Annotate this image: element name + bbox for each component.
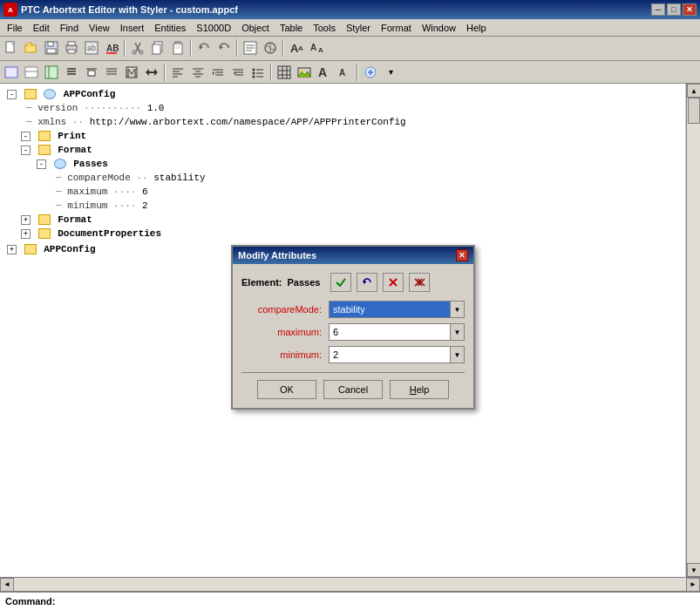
menu-tools[interactable]: Tools	[308, 21, 341, 35]
menu-help[interactable]: Help	[461, 21, 492, 35]
menu-s1000d[interactable]: S1000D	[191, 21, 236, 35]
align-left[interactable]	[168, 63, 187, 82]
close-button[interactable]: ✕	[683, 3, 697, 16]
main-area: - APPConfig ─ version ·········· 1.0 ─ x…	[0, 84, 700, 577]
svg-rect-36	[25, 67, 37, 78]
view-normal[interactable]	[241, 38, 260, 58]
delete-action-button[interactable]	[383, 273, 404, 292]
menu-insert[interactable]: Insert	[115, 21, 150, 35]
menu-find[interactable]: Find	[55, 21, 84, 35]
format-btn3[interactable]	[42, 63, 61, 82]
menu-window[interactable]: Window	[417, 21, 461, 35]
command-input[interactable]	[58, 596, 695, 607]
maximum-select-wrapper[interactable]: 6 ▼	[329, 323, 465, 341]
undo2-button[interactable]	[214, 38, 234, 58]
tree-node-format2[interactable]: + Format	[5, 213, 680, 227]
font-bigger[interactable]: A	[315, 63, 334, 82]
special-btn[interactable]	[361, 63, 380, 82]
tree-node-print[interactable]: - Print	[5, 129, 680, 143]
font-size-large[interactable]: AA	[287, 38, 306, 58]
menu-entities[interactable]: Entities	[149, 21, 191, 35]
menu-styler[interactable]: Styler	[341, 21, 376, 35]
expand-appconfig[interactable]: -	[7, 90, 17, 99]
list-btn[interactable]	[248, 63, 268, 82]
new-button[interactable]	[2, 38, 21, 58]
node-label-passes: Passes	[73, 159, 108, 169]
minimize-button[interactable]: ─	[651, 3, 665, 16]
dropdown-btn[interactable]: ▾	[381, 63, 400, 82]
outdent-btn[interactable]	[228, 63, 248, 82]
scroll-up-button[interactable]: ▲	[687, 84, 700, 98]
h-scroll-track[interactable]	[14, 578, 686, 591]
minimum-select-wrapper[interactable]: 2 ▼	[329, 346, 465, 363]
horizontal-scrollbar[interactable]: ◄ ►	[0, 577, 700, 591]
cancel-button[interactable]: Cancel	[323, 380, 383, 399]
dialog-close-button[interactable]: ✕	[456, 249, 468, 261]
open-button[interactable]	[22, 38, 41, 58]
format-btn1[interactable]	[2, 63, 21, 82]
format-btn7[interactable]	[122, 63, 141, 82]
align-center[interactable]	[188, 63, 207, 82]
separator	[270, 64, 272, 81]
menu-file[interactable]: File	[2, 21, 28, 35]
expand-format[interactable]: -	[21, 146, 31, 155]
dialog-title-bar[interactable]: Modify Attributes ✕	[233, 247, 473, 264]
minimum-value[interactable]: 2	[329, 346, 451, 363]
menu-table[interactable]: Table	[275, 21, 308, 35]
image-insert[interactable]	[295, 63, 314, 82]
tree-node-appconfig-root[interactable]: - APPConfig	[5, 87, 680, 101]
menu-edit[interactable]: Edit	[28, 21, 55, 35]
scroll-right-button[interactable]: ►	[686, 578, 700, 592]
vertical-scrollbar[interactable]: ▲ ▼	[686, 84, 700, 577]
expand-print[interactable]: -	[21, 132, 31, 141]
table-insert[interactable]	[275, 63, 294, 82]
comparemode-value[interactable]: stability	[329, 301, 451, 318]
minimum-label: minimum:	[241, 349, 329, 360]
scroll-track[interactable]	[687, 98, 700, 563]
undo-button[interactable]	[194, 38, 214, 58]
window-controls[interactable]: ─ □ ✕	[651, 3, 697, 16]
format-btn2[interactable]	[22, 63, 41, 82]
copy-button[interactable]	[148, 38, 167, 58]
scroll-down-button[interactable]: ▼	[687, 563, 700, 577]
maximum-value[interactable]: 6	[329, 323, 451, 341]
spell-button[interactable]: AB	[102, 38, 121, 58]
confirm-action-button[interactable]	[330, 273, 351, 292]
comparemode-select-wrapper[interactable]: stability ▼	[329, 301, 465, 318]
expand-appconfig-close[interactable]: +	[7, 245, 17, 254]
font-smaller[interactable]: A	[335, 63, 354, 82]
format-btn8[interactable]	[142, 63, 161, 82]
help-button[interactable]: Help	[390, 380, 449, 399]
expand-passes[interactable]: -	[37, 159, 46, 169]
scroll-left-button[interactable]: ◄	[0, 578, 14, 592]
indent-btn[interactable]	[208, 63, 228, 82]
minimum-dropdown-arrow[interactable]: ▼	[451, 346, 465, 363]
maximize-button[interactable]: □	[667, 3, 681, 16]
print-button[interactable]	[62, 38, 81, 58]
paste-button[interactable]	[168, 38, 187, 58]
ok-button[interactable]: OK	[257, 380, 316, 399]
scroll-thumb[interactable]	[688, 98, 700, 124]
tree-node-docprops[interactable]: + DocumentProperties	[5, 227, 680, 241]
expand-format2[interactable]: +	[21, 215, 31, 225]
comparemode-dropdown-arrow[interactable]: ▼	[451, 301, 465, 318]
view-browse[interactable]	[261, 38, 280, 58]
format-btn4[interactable]	[62, 63, 81, 82]
maximum-dropdown-arrow[interactable]: ▼	[451, 323, 465, 341]
tree-node-passes[interactable]: - Passes	[5, 157, 680, 171]
toolbar-row1: ab AB AA AA	[0, 37, 700, 61]
save-button[interactable]	[42, 38, 61, 58]
font-size-small[interactable]: AA	[307, 38, 326, 58]
menu-object[interactable]: Object	[236, 21, 275, 35]
format-btn5[interactable]	[82, 63, 101, 82]
tree-node-format[interactable]: - Format	[5, 143, 680, 157]
menu-format[interactable]: Format	[376, 21, 417, 35]
preview-button[interactable]: ab	[82, 38, 101, 58]
menu-view[interactable]: View	[84, 21, 115, 35]
undo-action-button[interactable]	[357, 273, 377, 292]
svg-rect-35	[5, 67, 17, 78]
cut-button[interactable]	[128, 38, 147, 58]
format-btn6[interactable]	[102, 63, 121, 82]
expand-docprops[interactable]: +	[21, 229, 31, 239]
delete-all-action-button[interactable]	[409, 273, 430, 292]
